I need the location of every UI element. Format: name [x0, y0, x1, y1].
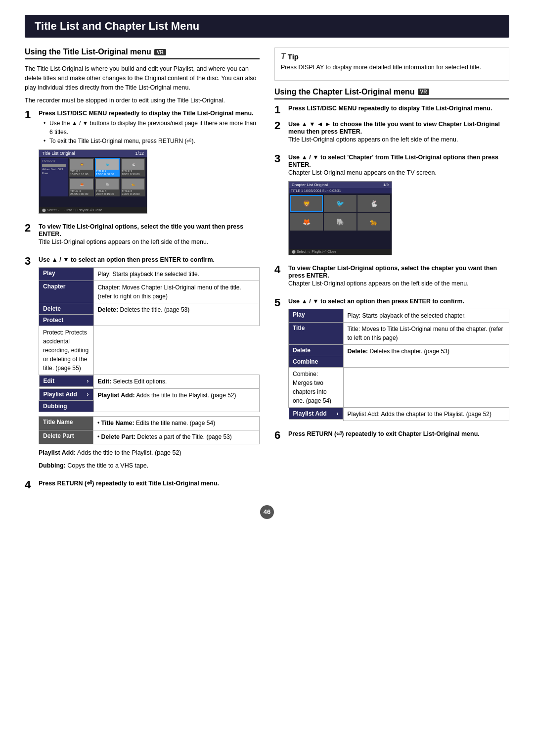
ch-step1-num: 1	[274, 104, 284, 115]
ch-step5-content: Use ▲ / ▼ to select an option then press…	[288, 297, 509, 425]
menu-bar: Title List Original 1/12	[39, 150, 147, 157]
ch-step6: 6 Press RETURN (⏎) repeatedly to exit Ch…	[274, 430, 509, 441]
ch-options-table: Play Play: Starts playback of the select…	[288, 309, 509, 421]
menu-title: Title List Original	[42, 151, 75, 156]
option-protect-row: Protect: Protects accidental recording, …	[39, 326, 260, 375]
ch-step3-content: Use ▲ / ▼ to select 'Chapter' from Title…	[288, 153, 509, 260]
dubbing-note: Dubbing: Copys the title to a VHS tape.	[39, 461, 260, 471]
ch-step3-bold: Use ▲ / ▼ to select 'Chapter' from Title…	[288, 154, 498, 168]
sub-option-title-name: Title Name • Title Name: Edits the title…	[39, 417, 260, 430]
sub-options-table: Title Name • Title Name: Edits the title…	[39, 416, 260, 444]
ch-option-delete-label: Delete	[289, 345, 344, 356]
ch-step1-bold: Press LIST/DISC MENU repeatedly to displ…	[288, 105, 492, 112]
step1-bullet1: Use the ▲ / ▼ buttons to display the pre…	[44, 119, 260, 137]
step3-text: Use ▲ / ▼ to select an option then press…	[39, 256, 215, 263]
dvd-label: DVD-VR	[42, 159, 66, 163]
chapter-section-title: Using the Chapter List-Original menu VR	[274, 88, 509, 99]
ch-step2: 2 Use ▲ ▼ ◄ ► to choose the title you wa…	[274, 120, 509, 148]
ch-step6-content: Press RETURN (⏎) repeatedly to exit Chap…	[288, 430, 509, 437]
option-protect-label: Protect	[39, 314, 94, 326]
playlist-add-note: Playlist Add: Adds the title to the Play…	[39, 448, 260, 458]
step2-text: To view Title List-Original options, sel…	[39, 223, 243, 237]
page-number: 46	[260, 505, 274, 519]
ch-step2-num: 2	[274, 120, 284, 131]
ch-step2-desc: Title List-Original options appears on t…	[288, 135, 509, 144]
ch-option-delete: Delete Delete: Deletes the chapter. (pag…	[289, 345, 509, 356]
chapter-page: 1/9	[383, 183, 389, 187]
step2-desc: Title List-Original options appears on t…	[39, 237, 260, 247]
option-dubbing-label: Dubbing	[39, 401, 94, 412]
option-edit: Edit› Edit: Selects Edit options.	[39, 375, 260, 388]
chapter-bottom: ⬤ Select ↑↓ Playlist ⏎ Close	[289, 249, 392, 255]
option-delete: Delete Delete: Deletes the title. (page …	[39, 303, 260, 314]
right-column: T Tip Press DISPLAY to display more deta…	[274, 47, 509, 495]
ch-option-play: Play Play: Starts playback of the select…	[289, 309, 509, 323]
ch-option-combine-desc: Combine: Merges two chapters into one. (…	[289, 368, 344, 408]
ch-step4-desc: Chapter List-Original options appears on…	[288, 279, 509, 288]
tip-box: T Tip Press DISPLAY to display more deta…	[274, 47, 509, 81]
ch-option-playlist-add: Playlist Add› Playlist Add: Adds the cha…	[289, 408, 509, 421]
page-number-area: 46	[25, 505, 509, 519]
chapter-list-image: Chapter List Original 1/9 TITLE 1 16/05/…	[288, 181, 392, 255]
ch-step6-num: 6	[274, 430, 284, 441]
ch-step3-desc: Chapter List-Original menu appears on th…	[288, 168, 509, 178]
option-playlist-desc: Playlist Add: Adds the title to the Play…	[93, 388, 260, 412]
step1-num: 1	[25, 109, 35, 120]
vr-badge-left: VR	[154, 49, 166, 55]
option-chapter: Chapter Chapter: Moves Chapter List-Orig…	[39, 281, 260, 303]
ch-step5-num: 5	[274, 297, 284, 308]
ch-option-title: Title Title: Moves to Title List-Origina…	[289, 323, 509, 345]
chapter-bar: Chapter List Original 1/9	[289, 182, 392, 188]
ch-step4-num: 4	[274, 264, 284, 275]
option-play-label: Play	[39, 267, 94, 281]
sub-option-delete-part-label: Delete Part	[39, 430, 93, 444]
option-playlist-add-label: Playlist Add›	[39, 388, 93, 400]
option-playlist-add: Playlist Add› Playlist Add: Adds the tit…	[39, 388, 260, 401]
step2-content: To view Title List-Original options, sel…	[39, 223, 260, 251]
tip-icon: T	[281, 52, 286, 61]
option-chapter-desc: Chapter: Moves Chapter List-Original men…	[93, 281, 260, 303]
title-list-image: Title List Original 1/12 DVD-VR 4Hour 8m…	[39, 149, 147, 214]
ch-step5-text: Use ▲ / ▼ to select an option then press…	[288, 298, 464, 305]
ch-step2-bold: Use ▲ ▼ ◄ ► to choose the title you want…	[288, 121, 500, 135]
ch-option-play-label: Play	[289, 309, 344, 323]
ch-option-combine-desc-row: Combine: Merges two chapters into one. (…	[289, 368, 509, 408]
option-play-desc: Play: Starts playback the selected title…	[93, 267, 260, 281]
dvd-info: 4Hour 8min 529 Free	[42, 168, 66, 176]
ch-option-playlist-add-label: Playlist Add›	[289, 408, 343, 420]
step1-content: Press LIST/DISC MENU repeatedly to displ…	[39, 109, 260, 218]
ch-step4-content: To view Chapter List-Original options, s…	[288, 264, 509, 292]
chapter-title-info: TITLE 1 16/05/2004 Sun 0:03:31	[291, 189, 341, 192]
ch-step5: 5 Use ▲ / ▼ to select an option then pre…	[274, 297, 509, 425]
option-protect-desc: Protect: Protects accidental recording, …	[39, 326, 94, 375]
sub-option-title-name-label: Title Name	[39, 417, 93, 430]
ch-option-play-desc: Play: Starts playback of the selected ch…	[343, 309, 509, 323]
option-play: Play Play: Starts playback the selected …	[39, 267, 260, 281]
sub-option-delete-part: Delete Part • Delete Part: Deletes a par…	[39, 430, 260, 444]
vr-badge-right: VR	[418, 89, 430, 95]
ch-option-title-desc: Title: Moves to Title List-Original menu…	[343, 323, 509, 345]
left-section-title: Using the Title List-Original menu VR	[25, 47, 260, 59]
ch-option-playlist-add-desc: Playlist Add: Adds the chapter to the Pl…	[343, 408, 509, 421]
sub-option-title-name-desc: • Title Name: Edits the title name. (pag…	[93, 417, 260, 430]
page-title: Title List and Chapter List Menu	[25, 15, 509, 38]
step3-content: Use ▲ / ▼ to select an option then press…	[39, 256, 260, 474]
step2: 2 To view Title List-Original options, s…	[25, 223, 260, 251]
ch-step1-content: Press LIST/DISC MENU repeatedly to displ…	[288, 104, 509, 112]
ch-option-title-label: Title	[289, 323, 344, 345]
step4-left: 4 Press RETURN (⏎) repeatedly to exit Ti…	[25, 479, 260, 490]
option-chapter-label: Chapter	[39, 281, 94, 303]
step1-bullets: Use the ▲ / ▼ buttons to display the pre…	[39, 119, 260, 145]
option-edit-desc: Edit: Selects Edit options.	[93, 375, 260, 388]
step1-bold: Press LIST/DISC MENU repeatedly to displ…	[39, 110, 254, 117]
menu-page: 1/12	[135, 151, 144, 156]
menu-bottom: ⬤ Select ← → Info ↑↓ Playlist ⏎ Close	[39, 207, 147, 213]
intro-p2: The recorder must be stopped in order to…	[25, 96, 260, 105]
ch-option-delete-desc: Delete: Deletes the chapter. (page 53)	[343, 345, 509, 368]
tip-title: T Tip	[281, 52, 503, 61]
intro-p1: The Title List-Original is where you bui…	[25, 64, 260, 92]
option-delete-label: Delete	[39, 303, 94, 314]
ch-step1: 1 Press LIST/DISC MENU repeatedly to dis…	[274, 104, 509, 115]
ch-option-combine-label: Combine	[289, 356, 344, 368]
ch-step3-num: 3	[274, 153, 284, 164]
